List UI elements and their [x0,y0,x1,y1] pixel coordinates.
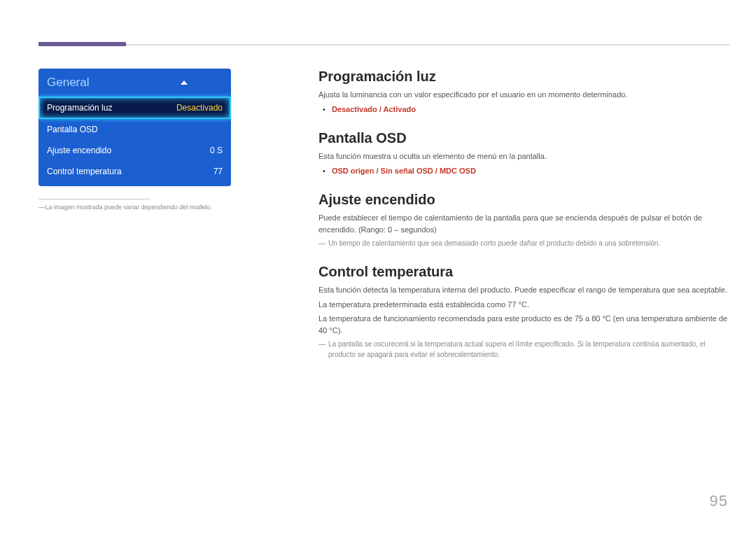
osd-row-label: Control temperatura [47,167,122,176]
osd-row-label: Pantalla OSD [47,125,98,134]
section-desc: Puede establecer el tiempo de calentamie… [318,212,729,235]
osd-panel-title: General [47,76,89,90]
section-control-temperatura: Control temperatura Esta función detecta… [318,264,729,360]
osd-row-pantalla-osd[interactable]: Pantalla OSD [38,119,231,140]
section-title: Pantalla OSD [318,130,729,146]
osd-row-programacion-luz[interactable]: Programación luz Desactivado [38,97,231,119]
section-ajuste-encendido: Ajuste encendido Puede establecer el tie… [318,192,729,248]
section-pantalla-osd: Pantalla OSD Esta función muestra u ocul… [318,130,729,176]
section-note: Un tiempo de calentamiento que sea demas… [318,238,729,248]
section-options: OSD origen / Sin señal OSD / MDC OSD [323,165,729,177]
section-desc: Esta función detecta la temperatura inte… [318,284,729,296]
section-desc: Esta función muestra u oculta un element… [318,150,729,162]
section-title: Programación luz [318,69,729,85]
osd-panel-title-row: General [38,69,231,97]
osd-row-value: 77 [214,167,223,176]
caption-divider [38,199,150,199]
section-note: La pantalla se oscurecerá si la temperat… [318,339,729,360]
osd-row-value: Desactivado [176,103,223,113]
section-title: Ajuste encendido [318,192,729,208]
osd-row-value: 0 S [210,146,223,155]
chevron-up-icon[interactable] [181,80,188,85]
osd-row-control-temperatura[interactable]: Control temperatura 77 [38,161,231,186]
osd-panel: General Programación luz Desactivado Pan… [38,69,231,186]
left-column: General Programación luz Desactivado Pan… [38,69,231,211]
section-options: Desactivado / Activado [323,104,729,115]
section-desc: Ajusta la luminancia con un valor especi… [318,89,729,101]
right-column: Programación luz Ajusta la luminancia co… [318,69,729,375]
osd-row-label: Ajuste encendido [47,146,111,155]
option-text: Desactivado / Activado [332,105,416,113]
osd-row-label: Programación luz [47,103,112,113]
section-desc: La temperatura predeterminada está estab… [318,299,729,311]
page-number: 95 [710,492,728,510]
section-programacion-luz: Programación luz Ajusta la luminancia co… [318,69,729,115]
section-desc: La temperatura de funcionamiento recomen… [318,313,729,336]
option-text: OSD origen / Sin señal OSD / MDC OSD [332,167,476,175]
osd-row-ajuste-encendido[interactable]: Ajuste encendido 0 S [38,140,231,161]
section-title: Control temperatura [318,264,729,280]
header-accent [38,42,126,46]
panel-caption: La imagen mostrada puede variar dependie… [38,204,231,211]
header-divider [38,44,729,45]
